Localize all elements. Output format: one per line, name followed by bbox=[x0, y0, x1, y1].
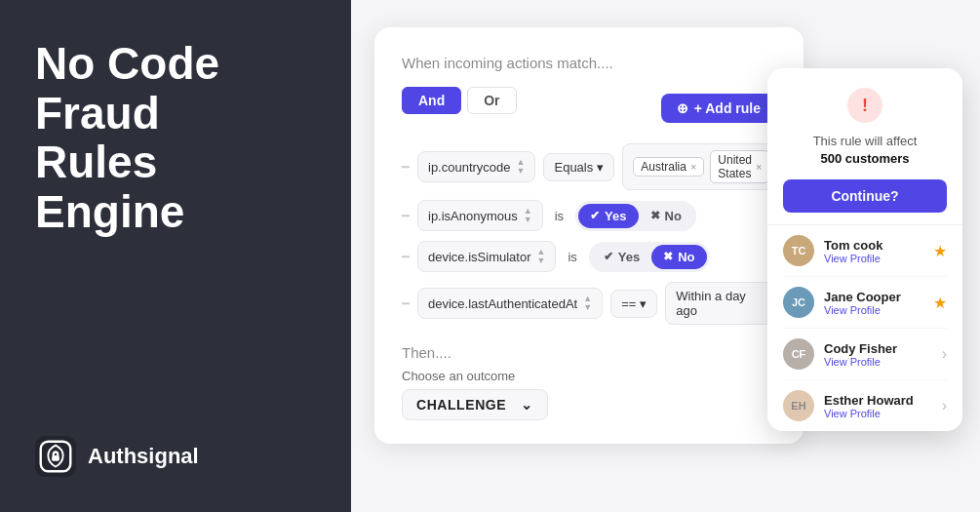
close-icon: ✖ bbox=[663, 250, 673, 263]
check-icon: ✔ bbox=[604, 250, 613, 263]
rule3-field[interactable]: device.isSimulator ▲▼ bbox=[417, 241, 556, 272]
avatar-cody: CF bbox=[783, 338, 814, 370]
chevron-down-icon: ⌄ bbox=[521, 397, 533, 413]
avatar-esther: EH bbox=[783, 390, 814, 421]
close-icon: ✖ bbox=[650, 209, 660, 222]
right-panel: When incoming actions match.... And Or ⊕… bbox=[351, 0, 980, 512]
choose-outcome-label: Choose an outcome bbox=[402, 369, 776, 383]
brand-logo-icon bbox=[35, 436, 76, 477]
rule-row-4: device.lastAuthenticatedAt ▲▼ == ▾ Withi… bbox=[402, 282, 776, 325]
user-row-1: JC Jane Cooper View Profile ★ bbox=[783, 277, 947, 329]
user-info-jane: Jane Cooper View Profile bbox=[824, 290, 923, 316]
toggle-yes-btn[interactable]: ✔ Yes bbox=[578, 204, 638, 228]
updown-icon: ▲▼ bbox=[524, 207, 532, 224]
user-info-cody: Cody Fisher View Profile bbox=[824, 341, 932, 368]
user-row-2: CF Cody Fisher View Profile › bbox=[783, 329, 947, 380]
rule4-value[interactable]: Within a day ago bbox=[665, 282, 776, 325]
toggle-yes-btn-2[interactable]: ✔ Yes bbox=[592, 245, 651, 269]
then-label: Then.... bbox=[402, 344, 776, 361]
star-icon: ★ bbox=[933, 294, 947, 312]
brand-name: Authsignal bbox=[88, 444, 199, 469]
hero-title: No Code Fraud Rules Engine bbox=[35, 39, 316, 236]
avatar-tom: TC bbox=[783, 235, 814, 266]
value-tag-us: United States × bbox=[710, 150, 769, 183]
view-profile-link[interactable]: View Profile bbox=[824, 408, 932, 419]
user-info-esther: Esther Howard View Profile bbox=[824, 393, 932, 419]
hero-title-block: No Code Fraud Rules Engine bbox=[35, 39, 316, 236]
add-rule-icon: ⊕ bbox=[677, 100, 688, 116]
outcome-select[interactable]: CHALLENGE ⌄ bbox=[402, 389, 548, 420]
user-name: Cody Fisher bbox=[824, 341, 932, 356]
toggle-no-btn[interactable]: ✖ No bbox=[639, 204, 693, 228]
updown-icon: ▲▼ bbox=[583, 295, 592, 312]
rule4-field[interactable]: device.lastAuthenticatedAt ▲▼ bbox=[417, 288, 603, 319]
rule1-operator[interactable]: Equals ▾ bbox=[543, 153, 614, 181]
condition-tabs-row: And Or ⊕ + Add rule bbox=[402, 87, 776, 130]
left-panel: No Code Fraud Rules Engine Authsignal bbox=[0, 0, 351, 512]
tab-and[interactable]: And bbox=[402, 87, 461, 114]
rule-row-2: ip.isAnonymous ▲▼ is ✔ Yes ✖ No bbox=[402, 200, 776, 231]
rule1-field[interactable]: ip.countrycode ▲▼ bbox=[417, 151, 535, 182]
popup-card: ! This rule will affect 500 customers Co… bbox=[767, 68, 962, 431]
avatar-jane: JC bbox=[783, 287, 814, 318]
main-card: When incoming actions match.... And Or ⊕… bbox=[374, 27, 804, 444]
star-icon: ★ bbox=[933, 242, 947, 260]
view-profile-link[interactable]: View Profile bbox=[824, 356, 932, 368]
chevron-down-icon: ▾ bbox=[640, 296, 647, 311]
condition-tabs: And Or bbox=[402, 87, 517, 114]
continue-button[interactable]: Continue? bbox=[783, 179, 947, 213]
rule2-is-label: is bbox=[551, 209, 568, 223]
updown-icon: ▲▼ bbox=[537, 248, 546, 265]
view-profile-link[interactable]: View Profile bbox=[824, 304, 923, 316]
rule-row-1: ip.countrycode ▲▼ Equals ▾ Australia × U… bbox=[402, 143, 776, 190]
check-icon: ✔ bbox=[590, 209, 600, 222]
popup-title: This rule will affect 500 customers bbox=[783, 133, 947, 168]
chevron-right-icon: › bbox=[942, 397, 947, 414]
chevron-right-icon: › bbox=[942, 345, 947, 363]
rule3-is-label: is bbox=[564, 250, 580, 264]
chevron-down-icon: ▾ bbox=[597, 160, 604, 175]
user-info-tom: Tom cook View Profile bbox=[824, 238, 923, 264]
toggle-no-btn-2[interactable]: ✖ No bbox=[651, 245, 706, 269]
alert-icon: ! bbox=[847, 88, 882, 123]
add-rule-button[interactable]: ⊕ + Add rule bbox=[661, 94, 776, 123]
user-name: Tom cook bbox=[824, 238, 923, 253]
rule2-field[interactable]: ip.isAnonymous ▲▼ bbox=[417, 200, 543, 231]
user-name: Esther Howard bbox=[824, 393, 932, 408]
rule-row-3: device.isSimulator ▲▼ is ✔ Yes ✖ No bbox=[402, 241, 776, 272]
view-profile-link[interactable]: View Profile bbox=[824, 253, 923, 264]
user-name: Jane Cooper bbox=[824, 290, 923, 304]
user-row-3: EH Esther Howard View Profile › bbox=[783, 380, 947, 431]
updown-icon: ▲▼ bbox=[517, 158, 526, 176]
when-label: When incoming actions match.... bbox=[402, 55, 776, 71]
user-row-0: TC Tom cook View Profile ★ bbox=[783, 225, 947, 277]
tab-or[interactable]: Or bbox=[467, 87, 516, 114]
rule4-operator[interactable]: == ▾ bbox=[610, 290, 657, 318]
brand-block: Authsignal bbox=[35, 436, 316, 477]
value-tag-australia: Australia × bbox=[633, 157, 704, 177]
